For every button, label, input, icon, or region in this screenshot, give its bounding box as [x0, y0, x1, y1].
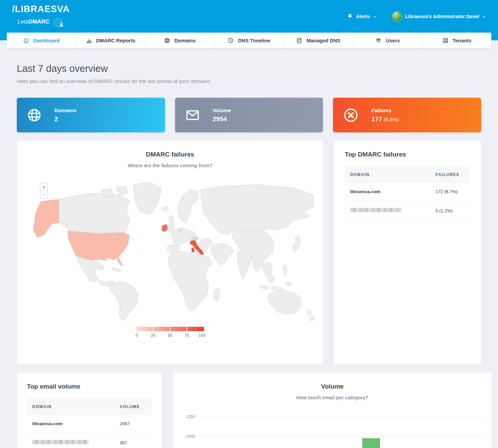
envelope-icon [185, 108, 200, 123]
brand-dmarc-text: DMARC [28, 18, 49, 25]
nav-item-dmarc-reports[interactable]: DMARC Reports [76, 33, 145, 48]
legend-tick: 50 [168, 333, 172, 338]
nav-label: DNS Timeline [238, 38, 270, 43]
top-failures-table: DOMAIN FAILURES libraesva.com 172 (6.7%)… [345, 167, 470, 220]
domain-cell: libraesva.com [27, 414, 114, 433]
clock-icon [227, 37, 234, 44]
nav-label: Managed DNS [306, 38, 340, 43]
brand-logo[interactable]: /LIBRAESVA LetsDMARC [12, 4, 70, 29]
alerts-menu[interactable]: Alerts [347, 13, 376, 19]
dashboard-content: Last 7 days overview Here you can find a… [0, 48, 498, 448]
table-row[interactable]: libraesva.com 172 (6.7%) [345, 182, 470, 201]
map-card-subtitle: Where are the failures coming from? [17, 163, 323, 168]
domain-cell-redacted [27, 433, 114, 448]
nav-label: Dashboard [33, 38, 59, 43]
stat-card-failures[interactable]: Failures 177(5.9%) [333, 98, 481, 132]
nav-item-dns-timeline[interactable]: DNS Timeline [214, 33, 283, 48]
globe-icon [27, 108, 42, 123]
table-row[interactable]: 5 (1.2%) [345, 201, 470, 220]
tenants-icon [442, 37, 449, 44]
volume-chart-card: Volume How much email per category? 1250… [173, 373, 492, 448]
column-header-volume: VOLUME [114, 399, 152, 414]
choropleth-map-svg [26, 180, 315, 321]
failures-cell: 5 (1.2%) [430, 201, 470, 220]
top-dmarc-failures-card: Top DMARC failures DOMAIN FAILURES libra… [333, 141, 481, 364]
domain-cell-redacted [345, 201, 430, 220]
world-map[interactable]: + - [26, 180, 315, 321]
nav-item-users[interactable]: Users [353, 33, 422, 48]
globe-icon [164, 37, 170, 44]
column-header-domain: DOMAIN [27, 399, 114, 414]
nav-item-domains[interactable]: Domains [145, 33, 214, 48]
map-zoom-in-button[interactable]: + [40, 183, 48, 191]
failures-cell: 172 (6.7%) [430, 182, 470, 201]
map-zoom-out-button[interactable]: - [40, 191, 48, 199]
top-volume-table: DOMAIN VOLUME libraesva.com 2567 387 [27, 399, 152, 448]
stat-value: 177(5.9%) [371, 116, 399, 123]
volume-cell: 387 [114, 434, 152, 448]
y-axis-tick: 1000 [173, 434, 195, 439]
main-nav: Dashboard DMARC Reports Domains DNS Time… [7, 33, 491, 48]
table-row[interactable]: 387 [27, 433, 152, 448]
dmarc-failures-map-card: DMARC failures Where are the failures co… [17, 141, 323, 364]
users-icon [375, 37, 382, 44]
avatar [392, 11, 402, 21]
bell-icon [347, 13, 353, 19]
legend-gradient-bar [136, 327, 204, 331]
stat-label: Failures [371, 107, 399, 114]
brand-lets-text: Lets [17, 18, 28, 25]
brand-name: /LIBRAESVA [12, 4, 70, 14]
legend-tick: 25 [151, 333, 155, 338]
database-icon [296, 37, 302, 44]
nav-item-dashboard[interactable]: Dashboard [7, 33, 76, 48]
bar-chart-icon [86, 37, 92, 44]
map-color-legend: 0 25 50 75 100 [136, 327, 204, 341]
green-volume-bar [362, 438, 380, 448]
stat-value: 2 [54, 116, 76, 123]
stat-card-domains[interactable]: Domains 2 [17, 98, 165, 132]
top-volume-title: Top email volume [27, 383, 152, 390]
stat-label: Volume [213, 107, 231, 114]
volume-chart-title: Volume [173, 383, 492, 390]
stat-card-volume[interactable]: Volume 2954 [175, 98, 323, 132]
x-circle-icon [343, 107, 359, 123]
home-icon [23, 37, 29, 44]
chevron-down-icon [482, 15, 486, 18]
stat-label: Domains [54, 107, 76, 114]
map-card-title: DMARC failures [17, 151, 323, 158]
legend-tick: 75 [184, 333, 189, 338]
nav-label: Tenants [453, 38, 471, 43]
nav-label: Users [386, 38, 400, 43]
fingerprint-logo-icon [52, 16, 64, 29]
stats-row: Domains 2 Volume 2954 Failures 177(5.9%) [17, 98, 481, 132]
domain-cell: libraesva.com [345, 182, 430, 201]
gridline-minor [198, 420, 484, 420]
legend-tick: 0 [136, 333, 138, 338]
volume-bar-chart[interactable]: 1250 1000 [173, 409, 492, 448]
nav-item-tenants[interactable]: Tenants [422, 33, 491, 48]
gridline-1000 [198, 437, 484, 437]
gridline-1250 [198, 417, 484, 417]
table-row[interactable]: libraesva.com 2567 [27, 414, 152, 433]
volume-cell: 2567 [114, 414, 152, 433]
top-email-volume-card: Top email volume DOMAIN VOLUME libraesva… [17, 373, 162, 448]
nav-item-managed-dns[interactable]: Managed DNS [284, 33, 353, 48]
top-failures-title: Top DMARC failures [345, 151, 470, 158]
chevron-down-icon [373, 15, 377, 18]
stat-suffix: (5.9%) [384, 117, 399, 122]
stat-value: 2954 [213, 116, 231, 123]
page-title: Last 7 days overview [17, 63, 481, 74]
volume-chart-subtitle: How much email per category? [173, 395, 492, 400]
column-header-failures: FAILURES [430, 167, 470, 182]
user-menu[interactable]: Libraesva's Administrator Devel [392, 11, 486, 21]
column-header-domain: DOMAIN [345, 167, 430, 182]
user-name: Libraesva's Administrator Devel [405, 14, 480, 19]
page-subtitle: Here you can find an overview of DMARC r… [17, 78, 481, 84]
legend-tick: 100 [199, 333, 206, 338]
y-axis-tick: 1250 [173, 414, 195, 419]
nav-label: DMARC Reports [96, 38, 135, 43]
alerts-label: Alerts [356, 14, 370, 19]
nav-label: Domains [174, 38, 196, 43]
